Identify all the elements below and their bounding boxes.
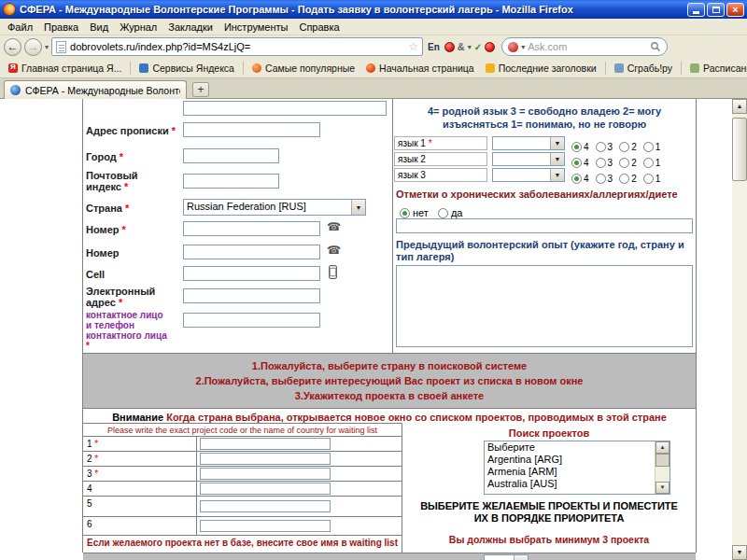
project-code-input-1[interactable]: [200, 438, 331, 450]
maximize-button[interactable]: [707, 3, 725, 17]
project-code-input-6[interactable]: [200, 520, 331, 532]
listbox-option-1[interactable]: Выберите: [485, 441, 653, 454]
health-yes-radio[interactable]: [438, 208, 448, 218]
menu-bookmarks[interactable]: Закладки: [162, 20, 218, 35]
language-1-select[interactable]: ▼: [492, 136, 565, 150]
form-field-top-input[interactable]: [183, 101, 387, 116]
contact-person-input[interactable]: [183, 313, 320, 328]
listbox-scroll-down-icon[interactable]: ▼: [655, 482, 669, 494]
email-input[interactable]: [183, 288, 320, 303]
experience-textarea[interactable]: [396, 265, 693, 347]
bookmark-item-5[interactable]: Последние заголовки: [481, 61, 601, 76]
phone2-label: Номер: [86, 247, 161, 259]
history-dropdown-icon[interactable]: ▾: [45, 43, 49, 51]
project-code-input-4[interactable]: [200, 483, 331, 495]
scrollbar-thumb[interactable]: [732, 118, 747, 181]
rating-3-radio[interactable]: [596, 158, 606, 168]
listbox-option-2[interactable]: Argentina [ARG]: [485, 454, 653, 466]
close-button[interactable]: ×: [726, 3, 744, 17]
rating-1-radio[interactable]: [643, 158, 654, 168]
health-no-radio[interactable]: [400, 208, 410, 218]
project-code-input-2[interactable]: [200, 453, 331, 465]
menu-view[interactable]: Вид: [84, 20, 114, 35]
language-2-select-arrow-icon[interactable]: ▼: [550, 153, 564, 165]
search-engine-dropdown-icon[interactable]: ▾: [521, 43, 525, 51]
rating-2-radio[interactable]: [619, 142, 629, 152]
rating-4-radio[interactable]: [571, 174, 582, 184]
search-input[interactable]: [528, 41, 647, 52]
rating-3-radio[interactable]: [596, 174, 606, 184]
project-table-divider: [402, 423, 402, 553]
rating-1-radio[interactable]: [643, 174, 654, 184]
menu-file[interactable]: Файл: [2, 20, 38, 35]
listbox-option-3[interactable]: Armenia [ARM]: [485, 466, 653, 478]
country-select[interactable]: Russian Federation [RUS] ▼: [183, 199, 366, 216]
keyboard-layout-indicator[interactable]: En: [426, 42, 442, 52]
menu-edit[interactable]: Правка: [38, 20, 84, 35]
extension-badge-icon-1[interactable]: [444, 42, 455, 52]
back-button[interactable]: ←: [4, 38, 21, 56]
project-code-input-3[interactable]: [200, 468, 331, 480]
rating-4-radio[interactable]: [571, 158, 582, 168]
extension-dropdown-icon[interactable]: ▾: [468, 43, 472, 51]
country-select-arrow-icon[interactable]: ▼: [351, 200, 365, 215]
new-tab-button[interactable]: +: [192, 82, 209, 97]
listbox-option-4[interactable]: Australia [AUS]: [485, 478, 653, 490]
page-content: Адрес прописки * Город * Почтовый индекс…: [0, 99, 747, 560]
rating-2-radio[interactable]: [619, 174, 629, 184]
menu-bar: Файл Правка Вид Журнал Закладки Инструме…: [0, 19, 747, 35]
health-details-input[interactable]: [396, 218, 693, 233]
minimize-button[interactable]: [687, 3, 705, 17]
bottom-section-band: [83, 553, 696, 560]
rating-2-radio[interactable]: [619, 158, 629, 168]
bookmark-item-3[interactable]: Самые популярные: [247, 61, 359, 76]
url-text[interactable]: dobrovolets.ru/index.php?id=MS4zLjQ=: [70, 41, 404, 52]
listbox-scrollbar-thumb[interactable]: [655, 454, 669, 467]
phone2-input[interactable]: [183, 245, 320, 259]
rating-1-radio[interactable]: [643, 142, 654, 152]
contact-person-label: контактное лицо и телефон контактного ли…: [86, 310, 170, 351]
bookmark-item-4[interactable]: Начальная страница: [361, 61, 479, 76]
rating-4-radio[interactable]: [571, 142, 582, 152]
postal-code-input[interactable]: [183, 174, 279, 189]
scroll-down-button[interactable]: ▼: [732, 545, 747, 560]
language-3-select[interactable]: ▼: [492, 168, 565, 182]
menu-history[interactable]: Журнал: [114, 20, 162, 35]
bookmark-item-7[interactable]: Расписание электри...: [685, 61, 747, 76]
forward-button[interactable]: →: [24, 38, 42, 56]
language-3-select-arrow-icon[interactable]: ▼: [550, 169, 564, 181]
tab-sfera[interactable]: СФЕРА - Международные Волонтерские П...: [4, 80, 187, 99]
address-bar[interactable]: dobrovolets.ru/index.php?id=MS4zLjQ= ☆: [51, 37, 423, 56]
tab-bar: СФЕРА - Международные Волонтерские П... …: [0, 78, 747, 99]
phone-icon: ☎: [327, 244, 341, 257]
city-input[interactable]: [183, 148, 279, 163]
phone1-label: Номер *: [86, 224, 161, 235]
cell-input[interactable]: [183, 266, 320, 281]
bookmark-item-1[interactable]: Главная страница Я...: [4, 61, 126, 76]
phone1-input[interactable]: [183, 221, 320, 236]
listbox-scroll-up-icon[interactable]: ▲: [655, 441, 669, 454]
bottom-select-arrow-icon[interactable]: ▼: [514, 555, 528, 560]
country-listbox[interactable]: Выберите Argentina [ARG] Armenia [ARM] A…: [484, 441, 670, 495]
language-2-select[interactable]: ▼: [492, 152, 565, 166]
extension-badge-icon-2[interactable]: [485, 42, 495, 52]
bookmark-star-icon[interactable]: ☆: [408, 41, 418, 52]
bottom-cutoff-select[interactable]: ▼: [484, 554, 529, 560]
rating-3-radio[interactable]: [596, 142, 606, 152]
vertical-scrollbar[interactable]: ▲ ▼: [732, 99, 747, 560]
menu-tools[interactable]: Инструменты: [218, 20, 294, 35]
yandex-services-icon: [139, 63, 148, 73]
address-input[interactable]: [183, 122, 320, 137]
menu-help[interactable]: Справка: [293, 20, 345, 35]
bookmark-item-6[interactable]: Сграбь!ру: [610, 61, 677, 76]
listbox-scrollbar[interactable]: ▲ ▼: [655, 441, 669, 494]
bookmark-item-2[interactable]: Сервисы Яндекса: [134, 61, 239, 76]
project-code-input-5[interactable]: [200, 500, 331, 512]
search-engine-icon[interactable]: [508, 42, 518, 52]
language-1-select-arrow-icon[interactable]: ▼: [550, 137, 564, 149]
extension-ampersand-icon[interactable]: &: [458, 41, 465, 52]
scroll-up-button[interactable]: ▲: [732, 99, 747, 114]
magnifier-icon[interactable]: [650, 41, 661, 52]
search-box[interactable]: ▾: [501, 37, 668, 56]
extension-check-icon[interactable]: ✓: [474, 42, 482, 52]
